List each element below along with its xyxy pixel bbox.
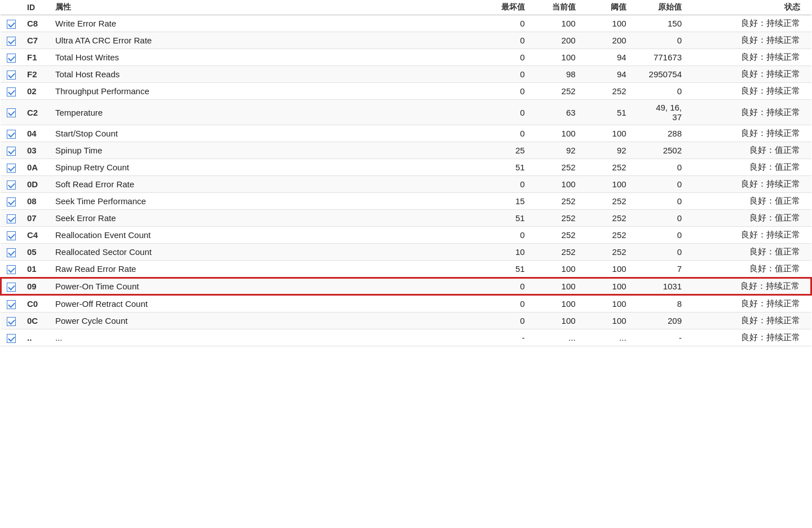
row-checkbox-cell[interactable] <box>1 313 21 329</box>
row-current: 252 <box>542 159 593 176</box>
checkbox-icon[interactable] <box>7 265 16 274</box>
row-worst: 0 <box>491 32 542 49</box>
row-name: Power Cycle Count <box>50 313 491 329</box>
row-worst: 0 <box>491 125 542 142</box>
row-name: Seek Error Rate <box>50 210 491 227</box>
row-checkbox-cell[interactable] <box>1 125 21 142</box>
row-status: 良好：值正常 <box>699 159 811 176</box>
row-raw: 0 <box>643 32 699 49</box>
checkbox-icon[interactable] <box>7 317 16 326</box>
row-raw: 150 <box>643 15 699 32</box>
checkbox-icon[interactable] <box>7 37 16 46</box>
checkbox-icon[interactable] <box>7 248 16 257</box>
row-id: 05 <box>21 244 50 261</box>
row-current: 100 <box>542 278 593 295</box>
row-checkbox-cell[interactable] <box>1 176 21 193</box>
row-id: C0 <box>21 295 50 313</box>
checkbox-icon[interactable] <box>7 283 16 292</box>
row-raw: 2502 <box>643 142 699 159</box>
row-threshold: 100 <box>593 278 643 295</box>
row-raw: 0 <box>643 244 699 261</box>
row-checkbox-cell[interactable] <box>1 261 21 278</box>
table-row: 0ASpinup Retry Count512522520良好：值正常 <box>1 159 811 176</box>
row-id: 09 <box>21 278 50 295</box>
col-id: ID <box>21 0 50 15</box>
row-checkbox-cell[interactable] <box>1 193 21 210</box>
row-name: Throughput Performance <box>50 83 491 100</box>
row-checkbox-cell[interactable] <box>1 159 21 176</box>
row-worst: 51 <box>491 261 542 278</box>
checkbox-icon[interactable] <box>7 231 16 240</box>
row-checkbox-cell[interactable] <box>1 15 21 32</box>
row-checkbox-cell[interactable] <box>1 329 21 346</box>
checkbox-icon[interactable] <box>7 147 16 156</box>
row-id: 07 <box>21 210 50 227</box>
col-check <box>1 0 21 15</box>
row-checkbox-cell[interactable] <box>1 210 21 227</box>
row-current: 100 <box>542 15 593 32</box>
row-status: 良好：持续正常 <box>699 278 811 295</box>
checkbox-icon[interactable] <box>7 164 16 173</box>
row-checkbox-cell[interactable] <box>1 278 21 295</box>
table-header-row: ID 属性 最坏值 当前值 阈值 原始值 状态 <box>1 0 811 15</box>
row-status: 良好：持续正常 <box>699 83 811 100</box>
row-raw: 0 <box>643 176 699 193</box>
row-current: 100 <box>542 125 593 142</box>
row-status: 良好：持续正常 <box>699 295 811 313</box>
checkbox-icon[interactable] <box>7 130 16 139</box>
row-threshold: 100 <box>593 295 643 313</box>
row-checkbox-cell[interactable] <box>1 244 21 261</box>
checkbox-icon[interactable] <box>7 20 16 29</box>
row-checkbox-cell[interactable] <box>1 100 21 125</box>
row-current: 252 <box>542 244 593 261</box>
row-raw: 0 <box>643 159 699 176</box>
row-worst: 0 <box>491 15 542 32</box>
table-row: 07Seek Error Rate512522520良好：值正常 <box>1 210 811 227</box>
checkbox-icon[interactable] <box>7 334 16 343</box>
row-status: 良好：持续正常 <box>699 176 811 193</box>
row-status: 良好：持续正常 <box>699 227 811 244</box>
row-raw: 7 <box>643 261 699 278</box>
row-checkbox-cell[interactable] <box>1 227 21 244</box>
row-checkbox-cell[interactable] <box>1 32 21 49</box>
row-threshold: 252 <box>593 210 643 227</box>
row-threshold: 100 <box>593 261 643 278</box>
row-worst: 0 <box>491 100 542 125</box>
row-name: Spinup Time <box>50 142 491 159</box>
row-checkbox-cell[interactable] <box>1 295 21 313</box>
row-worst: 0 <box>491 49 542 66</box>
row-checkbox-cell[interactable] <box>1 83 21 100</box>
row-checkbox-cell[interactable] <box>1 49 21 66</box>
row-checkbox-cell[interactable] <box>1 142 21 159</box>
row-id: 0C <box>21 313 50 329</box>
row-worst: 0 <box>491 176 542 193</box>
row-raw: 0 <box>643 83 699 100</box>
checkbox-icon[interactable] <box>7 214 16 223</box>
row-raw: 0 <box>643 210 699 227</box>
row-threshold: 252 <box>593 193 643 210</box>
row-current: ... <box>542 329 593 346</box>
row-threshold: 100 <box>593 125 643 142</box>
row-name: Power-On Time Count <box>50 278 491 295</box>
row-threshold: 100 <box>593 176 643 193</box>
checkbox-icon[interactable] <box>7 197 16 206</box>
row-current: 100 <box>542 176 593 193</box>
row-status: 良好：持续正常 <box>699 313 811 329</box>
table-row: C8Write Error Rate0100100150良好：持续正常 <box>1 15 811 32</box>
row-status: 良好：值正常 <box>699 210 811 227</box>
checkbox-icon[interactable] <box>7 300 16 309</box>
row-threshold: 252 <box>593 227 643 244</box>
checkbox-icon[interactable] <box>7 108 16 117</box>
row-current: 63 <box>542 100 593 125</box>
row-raw: 1031 <box>643 278 699 295</box>
row-id: 03 <box>21 142 50 159</box>
checkbox-icon[interactable] <box>7 181 16 190</box>
checkbox-icon[interactable] <box>7 54 16 63</box>
row-threshold: ... <box>593 329 643 346</box>
checkbox-icon[interactable] <box>7 71 16 80</box>
row-status: 良好：持续正常 <box>699 15 811 32</box>
checkbox-icon[interactable] <box>7 87 16 96</box>
table-row: 05Reallocated Sector Count102522520良好：值正… <box>1 244 811 261</box>
row-checkbox-cell[interactable] <box>1 66 21 83</box>
row-raw: 0 <box>643 193 699 210</box>
